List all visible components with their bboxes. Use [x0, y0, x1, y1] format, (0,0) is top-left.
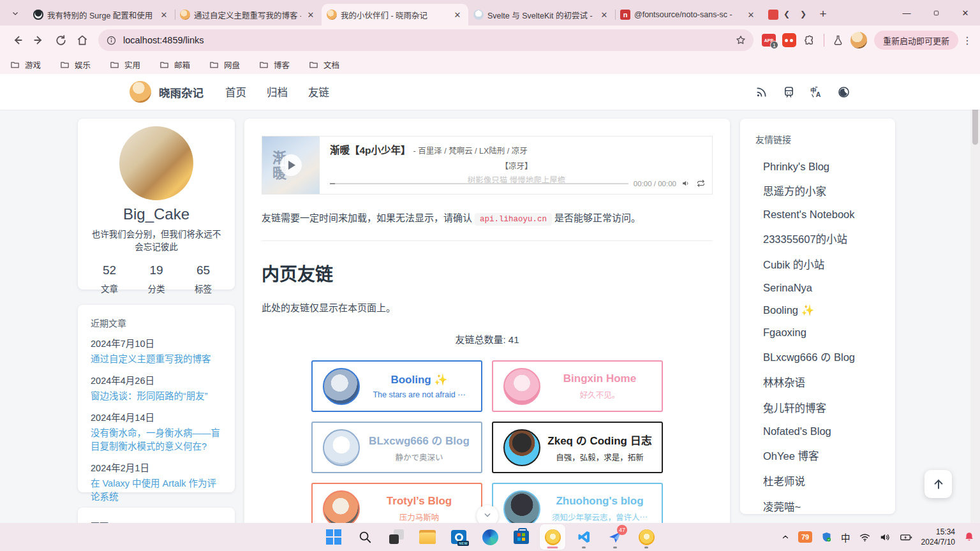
loop-icon[interactable] [696, 179, 706, 188]
vscode-button[interactable] [571, 524, 597, 550]
nav-item-1[interactable]: 归档 [267, 84, 288, 99]
friend-link-item[interactable]: Fgaoxing [755, 321, 895, 344]
bookmark-folder[interactable]: 游戏 [10, 59, 41, 71]
friend-link-item[interactable]: 233355607的小站 [755, 226, 895, 251]
album-cover[interactable]: 渐暖 [262, 136, 320, 194]
recent-post-link[interactable]: 窗边浅谈：形同陌路的“朋友” [91, 390, 222, 403]
nav-item-2[interactable]: 友链 [308, 84, 329, 99]
home-button[interactable] [71, 29, 93, 51]
extension-reddots[interactable] [779, 30, 799, 50]
bookmark-folder[interactable]: 博客 [259, 59, 290, 71]
profile-stat[interactable]: 19 分类 [148, 263, 165, 295]
friend-card[interactable]: Booling ✨ The stars are not afraid ⋯ [311, 360, 482, 412]
task-view-button[interactable] [383, 524, 409, 550]
dark-mode-moon-icon[interactable] [837, 85, 850, 99]
friend-link-item[interactable]: 杜老师说 [755, 468, 895, 494]
defender-shield-icon[interactable] [820, 531, 833, 543]
page-scrollbar[interactable] [970, 74, 980, 523]
extensions-menu-button[interactable] [799, 30, 820, 50]
file-explorer-button[interactable] [415, 524, 440, 550]
ime-indicator[interactable]: 中 [841, 531, 850, 544]
bookmark-star-button[interactable] [732, 31, 750, 49]
site-logo-avatar[interactable] [130, 81, 151, 103]
friend-link-item[interactable]: 兔儿轩的博客 [755, 395, 895, 420]
profile-stat[interactable]: 65 标签 [195, 263, 212, 295]
friend-link-item[interactable]: 凌莞喵~ [755, 494, 895, 519]
friend-link-item[interactable]: BLxcwg666 の Blog [755, 344, 895, 369]
outlook-button[interactable]: NEW [446, 524, 471, 550]
profile-button[interactable] [849, 30, 869, 50]
profile-stat[interactable]: 52 文章 [101, 263, 118, 295]
forward-button[interactable] [28, 29, 50, 51]
rss-icon[interactable] [755, 85, 768, 99]
browser-menu-button[interactable]: ⋮ [961, 34, 974, 47]
site-title[interactable]: 晓雨杂记 [159, 84, 204, 100]
site-info-icon[interactable] [106, 35, 117, 46]
bookmark-folder[interactable]: 邮箱 [160, 59, 190, 71]
tab-scroll-right-button[interactable]: ❯ [795, 5, 812, 23]
nav-item-0[interactable]: 首页 [225, 84, 246, 99]
browser-tab[interactable]: Svelte 与 SvelteKit 的初尝试 - ✕ [468, 4, 615, 26]
friend-card[interactable]: Trotyl’s Blog 压力马斯呐 [311, 483, 482, 523]
tray-chevron-up-icon[interactable] [781, 533, 790, 541]
battery-icon[interactable] [900, 531, 913, 543]
address-bar[interactable]: localhost:4859/links [98, 29, 754, 51]
back-to-top-button[interactable] [924, 470, 952, 498]
bookmark-folder[interactable]: 实用 [110, 59, 140, 71]
recent-post-link[interactable]: 在 Valaxy 中使用 Artalk 作为评论系统 [91, 477, 222, 504]
recent-post-link[interactable]: 没有衡水命，一身衡水病——盲目复制衡水模式的意义何在? [91, 427, 222, 453]
messaging-app-button[interactable]: 47 [602, 524, 628, 550]
recent-post-link[interactable]: 通过自定义主题重写我的博客 [91, 353, 222, 366]
bookmark-folder[interactable]: 文档 [309, 59, 339, 71]
volume-icon[interactable] [879, 531, 891, 543]
extension-arc[interactable]: APP 1 [759, 30, 779, 50]
new-tab-button[interactable]: + [814, 5, 832, 23]
wifi-icon[interactable] [859, 531, 871, 543]
friend-link-item[interactable]: Nofated's Blog [755, 420, 895, 443]
address-url[interactable]: localhost:4859/links [123, 35, 732, 45]
tab-close-icon[interactable]: ✕ [452, 9, 463, 20]
taskbar-clock[interactable]: 15:34 2024/7/10 [921, 527, 955, 547]
volume-icon[interactable] [681, 179, 691, 188]
minimize-button[interactable]: — [892, 0, 921, 26]
friend-card[interactable]: Zkeq の Coding 日志 自强，弘毅，求是，拓新 [492, 422, 663, 473]
labs-button[interactable] [828, 30, 849, 50]
back-button[interactable] [6, 29, 28, 51]
translate-icon[interactable]: 中A [810, 85, 823, 99]
restore-button[interactable] [921, 0, 951, 26]
tab-close-icon[interactable]: ✕ [598, 9, 610, 20]
friend-link-item[interactable]: Phrinky's Blog [755, 156, 895, 178]
tab-search-button[interactable] [6, 4, 24, 22]
tab-close-icon[interactable]: ✕ [158, 9, 170, 20]
close-button[interactable]: ✕ [951, 0, 980, 26]
friend-link-item[interactable]: Booling ✨ [755, 299, 895, 321]
relaunch-update-button[interactable]: 重新启动即可更新 [874, 31, 958, 50]
taskbar-search-button[interactable] [352, 524, 378, 550]
tab-scroll-left-button[interactable]: ❮ [778, 5, 795, 23]
friend-link-item[interactable]: 林林杂语 [755, 369, 895, 395]
friend-link-item[interactable]: 思遥方的小家 [755, 178, 895, 203]
browser-tab-partial[interactable] [762, 4, 778, 26]
browser-tab[interactable]: 通过自定义主题重写我的博客 - ✕ [175, 4, 322, 26]
microsoft-store-button[interactable] [509, 524, 534, 550]
weather-temp-badge[interactable]: 79 [798, 531, 812, 543]
browser-tab[interactable]: @fontsource/noto-sans-sc - ✕ [615, 4, 762, 26]
play-button[interactable] [280, 154, 302, 176]
friend-card[interactable]: Bingxin Home 好久不见。 [492, 360, 663, 412]
friend-card[interactable]: BLxcwg666 の Blog 静かで奥深い [311, 422, 482, 473]
friend-card[interactable]: Zhuohong's blog 须知少年拏云志，曾许人⋯ [492, 483, 663, 523]
progress-bar[interactable] [330, 183, 628, 184]
friend-link-item[interactable]: Restent's Notebook [755, 203, 895, 226]
edge-button[interactable] [477, 524, 503, 550]
bookmark-folder[interactable]: 娱乐 [60, 59, 91, 71]
start-button[interactable] [321, 524, 346, 550]
chrome-canary-2-button[interactable] [634, 524, 659, 550]
notification-bell-icon[interactable] [963, 531, 975, 543]
tab-close-icon[interactable]: ✕ [745, 9, 757, 20]
profile-avatar[interactable] [119, 126, 193, 200]
chrome-canary-button-active[interactable] [540, 524, 565, 550]
friend-link-item[interactable]: Cubik 的小站 [755, 251, 895, 277]
browser-tab[interactable]: 我的小伙伴们 - 晓雨杂记 ✕ [322, 4, 468, 26]
tab-close-icon[interactable]: ✕ [305, 9, 316, 20]
browser-tab[interactable]: 我有特别的 Surge 配置和使用 ✕ [28, 4, 175, 26]
